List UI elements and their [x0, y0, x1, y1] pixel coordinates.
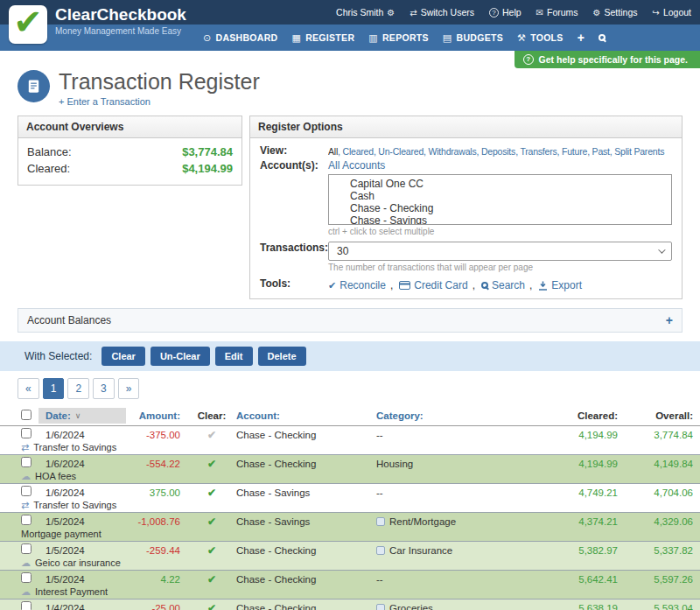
account-option-capital-one-cc[interactable]: Capital One CC — [350, 178, 671, 190]
edit-selected-button[interactable]: Edit — [215, 347, 253, 366]
col-header-account[interactable]: Account: — [234, 410, 374, 421]
un-clear-selected-button[interactable]: Un-Clear — [150, 347, 210, 366]
category-icon — [376, 604, 385, 610]
col-header-date[interactable]: Date:∨ — [38, 408, 126, 424]
col-header-amount[interactable]: Amount: — [126, 410, 189, 421]
clear-check-icon[interactable]: ✔ — [207, 544, 216, 557]
view-all[interactable]: All — [328, 146, 338, 157]
transactions-per-page-select[interactable]: 30 — [328, 242, 672, 261]
register-options-title: Register Options — [250, 116, 682, 138]
transaction-main-row: 1/6/2024-554.22✔Chase - CheckingHousing4… — [0, 455, 700, 472]
tx-overall-balance: 5,593.04 — [630, 602, 700, 610]
account-option-chase-checking[interactable]: Chase - Checking — [350, 202, 671, 214]
topbar-link-logout[interactable]: ↪Logout — [652, 7, 691, 18]
clear-check-icon[interactable]: ✔ — [207, 573, 216, 585]
category-icon — [376, 517, 385, 526]
row-checkbox[interactable] — [21, 601, 32, 610]
nav-budgets[interactable]: ▤BUDGETS — [443, 32, 503, 44]
tool-search[interactable]: Search — [481, 279, 525, 291]
row-checkbox[interactable] — [21, 543, 32, 554]
tx-date: 1/5/2024 — [38, 515, 126, 528]
view-un-cleared[interactable]: Un-Cleared — [378, 146, 424, 157]
tool-export[interactable]: Export — [538, 279, 582, 291]
nav-search-button[interactable] — [598, 34, 606, 41]
credit-card-icon — [399, 281, 410, 290]
nav-dashboard[interactable]: ⊙DASHBOARD — [203, 32, 277, 44]
clear-selected-button[interactable]: Clear — [102, 347, 145, 366]
topbar-link-help[interactable]: ?Help — [489, 7, 522, 18]
nav-register[interactable]: ▦REGISTER — [291, 32, 354, 44]
topbar-link-switch-users[interactable]: ⇄Switch Users — [410, 7, 474, 18]
row-checkbox[interactable] — [21, 572, 32, 583]
page-2[interactable]: 2 — [67, 378, 89, 399]
account-option-cash[interactable]: Cash — [350, 190, 671, 202]
page-prev[interactable]: « — [18, 378, 39, 399]
view-future[interactable]: Future — [562, 146, 587, 157]
page-next[interactable]: » — [118, 378, 140, 399]
view-cleared[interactable]: Cleared — [343, 146, 374, 157]
page-3[interactable]: 3 — [93, 378, 115, 399]
accounts-multiselect[interactable]: Capital One CCCashChase - CheckingChase … — [328, 174, 672, 225]
tx-clear-cell: ✔ — [189, 515, 234, 528]
row-checkbox[interactable] — [21, 486, 32, 496]
tx-date: 1/6/2024 — [38, 458, 126, 470]
clear-check-icon[interactable]: ✔ — [207, 458, 216, 470]
topbar-links: Chris Smith⚙⇄Switch Users?Help✉Forums⚙Se… — [336, 0, 691, 25]
view-transfers[interactable]: Transfers — [520, 146, 556, 157]
col-header-category[interactable]: Category: — [374, 410, 565, 421]
account-balances-bar[interactable]: Account Balances + — [18, 308, 682, 333]
account-overviews-body: Balance:$3,774.84Cleared:$4,194.99 — [18, 138, 242, 185]
brand-name[interactable]: ClearCheckbook — [55, 5, 186, 25]
tool-reconcile[interactable]: ✔Reconcile — [328, 279, 386, 291]
tx-category: -- — [374, 429, 565, 441]
register-icon: ▦ — [291, 32, 301, 44]
nav-reports[interactable]: ▥REPORTS — [368, 32, 429, 44]
page-1[interactable]: 1 — [43, 378, 65, 399]
row-checkbox[interactable] — [21, 428, 32, 438]
clear-check-icon[interactable]: ✔ — [207, 602, 216, 610]
nav-label: TOOLS — [530, 32, 563, 43]
reports-icon: ▥ — [368, 32, 378, 44]
select-all-checkbox[interactable] — [21, 410, 32, 420]
register-options-panel: Register Options View: All, Cleared, Un-… — [249, 116, 682, 299]
title-block: Transaction Register + Enter a Transacti… — [0, 68, 700, 113]
cloud-icon: ☁ — [21, 558, 31, 568]
nav-tools[interactable]: ⚒TOOLS — [517, 32, 564, 44]
reconcile-check-icon: ✔ — [328, 280, 336, 291]
user-menu[interactable]: Chris Smith⚙ — [336, 7, 395, 18]
tx-account: Chase - Checking — [234, 544, 374, 557]
nav-add-button[interactable]: + — [578, 31, 584, 45]
view-withdrawals[interactable]: Withdrawals — [428, 146, 476, 157]
all-accounts-link[interactable]: All Accounts — [328, 159, 385, 172]
tx-cleared-balance: 5,382.97 — [565, 544, 630, 557]
page-help-banner[interactable]: ? Get help specifically for this page. — [514, 51, 700, 68]
tx-category-label: -- — [376, 574, 383, 585]
tx-cleared-balance: 5,638.19 — [565, 602, 630, 610]
memo-text: Transfer to Savings — [33, 443, 116, 452]
row-select-cell — [0, 515, 38, 528]
topbar-link-settings[interactable]: ⚙Settings — [593, 7, 638, 18]
tool-label: Reconcile — [340, 279, 386, 291]
logo-icon[interactable]: ✔ — [9, 5, 47, 44]
enter-transaction-link[interactable]: + Enter a Transaction — [59, 96, 150, 107]
tool-credit-card[interactable]: Credit Card — [399, 279, 467, 291]
clear-check-icon[interactable]: ✔ — [207, 429, 216, 441]
view-links: All, Cleared, Un-Cleared, Withdrawals, D… — [328, 144, 672, 157]
row-checkbox[interactable] — [21, 515, 32, 525]
expand-plus-icon[interactable]: + — [666, 313, 673, 327]
dashboard-icon: ⊙ — [203, 32, 212, 44]
view-deposits[interactable]: Deposits — [481, 146, 515, 157]
forums-icon: ✉ — [536, 8, 543, 18]
tx-cleared-balance: 4,374.21 — [565, 515, 630, 528]
transaction-memo-row: ☁Geico car insurance — [0, 558, 700, 570]
delete-selected-button[interactable]: Delete — [258, 347, 306, 366]
clear-check-icon[interactable]: ✔ — [207, 487, 216, 499]
view-split-parents[interactable]: Split Parents — [614, 146, 664, 157]
clear-check-icon[interactable]: ✔ — [207, 515, 216, 528]
topbar-link-forums[interactable]: ✉Forums — [536, 7, 578, 18]
overview-value: $3,774.84 — [182, 145, 233, 158]
view-past[interactable]: Past — [592, 146, 610, 157]
account-option-chase-savings[interactable]: Chase - Savings — [350, 214, 671, 225]
row-checkbox[interactable] — [21, 457, 32, 467]
nav-links: ⊙DASHBOARD▦REGISTER▥REPORTS▤BUDGETS⚒TOOL… — [203, 31, 606, 45]
